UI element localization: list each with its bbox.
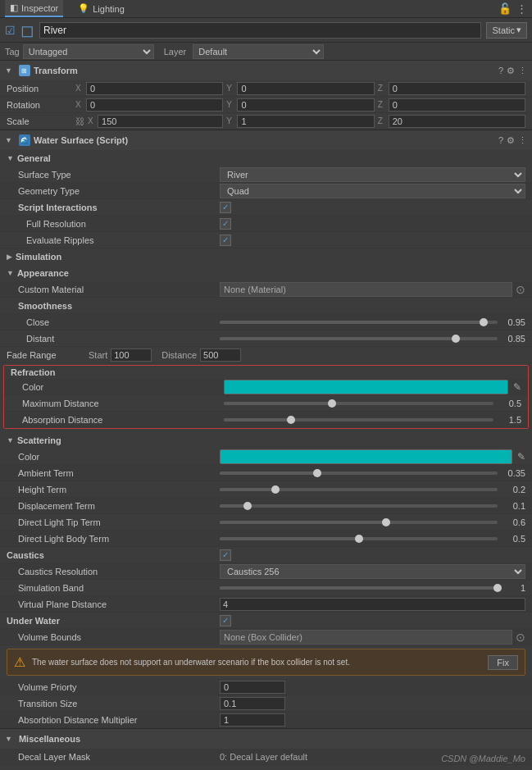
tag-dropdown[interactable]: Untagged bbox=[23, 44, 154, 59]
more-options-icon[interactable]: ⋮ bbox=[518, 66, 527, 76]
position-x[interactable] bbox=[86, 82, 223, 95]
scattering-color-edit-icon[interactable]: ✎ bbox=[517, 451, 525, 462]
warning-text: The water surface does not support an un… bbox=[32, 657, 481, 668]
full-resolution-label: Full Resolution bbox=[7, 219, 220, 229]
displacement-slider[interactable] bbox=[220, 504, 498, 508]
distant-value: 0.85 bbox=[501, 334, 525, 344]
caustics-checkbox[interactable] bbox=[220, 549, 231, 561]
water-help-icon[interactable]: ? bbox=[498, 135, 503, 146]
transform-position-row: Position X Y Z bbox=[0, 80, 532, 97]
top-bar-icons: 🔓 ⋮ bbox=[498, 2, 527, 15]
absorption-mult-input[interactable] bbox=[220, 713, 285, 727]
water-more-icon[interactable]: ⋮ bbox=[518, 135, 527, 146]
caustics-resolution-label: Caustics Resolution bbox=[7, 567, 220, 576]
sim-band-thumb[interactable] bbox=[493, 584, 502, 592]
close-row: Close 0.95 bbox=[0, 314, 532, 330]
scale-z[interactable] bbox=[389, 115, 525, 128]
material-select-icon[interactable]: ⊙ bbox=[516, 283, 525, 296]
max-distance-thumb[interactable] bbox=[328, 399, 336, 408]
appearance-header[interactable]: ▼ Appearance bbox=[0, 265, 532, 281]
sim-band-slider[interactable] bbox=[220, 586, 498, 590]
fade-dist-input[interactable] bbox=[200, 349, 241, 362]
fade-range-row: Fade Range Start Distance bbox=[0, 347, 532, 363]
settings-icon[interactable]: ⚙ bbox=[507, 66, 515, 76]
tab-inspector[interactable]: ◧ Inspector bbox=[5, 0, 63, 17]
static-label: Static bbox=[492, 25, 515, 35]
height-slider[interactable] bbox=[220, 488, 498, 491]
max-distance-value: 0.5 bbox=[497, 399, 521, 408]
displacement-thumb[interactable] bbox=[243, 502, 252, 510]
water-surface-header[interactable]: ▼ 🌊 Water Surface (Script) ? ⚙ ⋮ bbox=[0, 130, 532, 150]
fade-start-input[interactable] bbox=[111, 349, 152, 362]
lock-icon[interactable]: 🔓 bbox=[498, 2, 512, 15]
scale-label: Scale bbox=[7, 116, 72, 126]
script-interactions-label: Script Interactions bbox=[7, 203, 220, 212]
more-icon[interactable]: ⋮ bbox=[516, 2, 527, 15]
water-actions: ? ⚙ ⋮ bbox=[498, 135, 527, 146]
distant-slider-thumb[interactable] bbox=[452, 335, 460, 343]
close-slider-track[interactable] bbox=[220, 321, 498, 324]
underwater-checkbox[interactable] bbox=[220, 615, 231, 626]
volume-priority-input[interactable] bbox=[220, 681, 285, 694]
scale-x[interactable] bbox=[98, 115, 223, 128]
body-fill bbox=[220, 537, 359, 540]
simulation-header[interactable]: ▶ Simulation bbox=[0, 248, 532, 265]
refraction-color-edit-icon[interactable]: ✎ bbox=[513, 381, 521, 393]
water-settings-icon[interactable]: ⚙ bbox=[507, 135, 515, 146]
sim-band-value: 1 bbox=[501, 583, 525, 593]
scale-y[interactable] bbox=[237, 115, 374, 128]
volume-bounds-input[interactable] bbox=[220, 630, 512, 645]
ambient-thumb[interactable] bbox=[313, 469, 321, 477]
ambient-slider[interactable] bbox=[220, 472, 498, 475]
displacement-value: 0.1 bbox=[501, 501, 525, 511]
ambient-value: 0.35 bbox=[501, 468, 525, 478]
virtual-plane-input[interactable] bbox=[220, 598, 525, 611]
position-z[interactable] bbox=[389, 82, 525, 95]
refraction-color-swatch[interactable] bbox=[224, 380, 508, 394]
evaluate-ripples-checkbox[interactable] bbox=[220, 235, 231, 246]
tip-term-row: Direct Light Tip Term 0.6 bbox=[0, 514, 532, 531]
layer-dropdown[interactable]: Default bbox=[193, 44, 324, 59]
object-checkbox[interactable]: ☑ bbox=[5, 24, 16, 37]
position-y[interactable] bbox=[237, 82, 374, 95]
tab-lighting[interactable]: 💡 Lighting bbox=[73, 0, 130, 17]
object-name-input[interactable] bbox=[39, 22, 481, 39]
body-thumb[interactable] bbox=[355, 535, 363, 543]
close-slider-thumb[interactable] bbox=[480, 318, 488, 326]
scattering-header[interactable]: ▼ Scattering bbox=[0, 432, 532, 449]
watermark: CSDN @Maddie_Mo bbox=[441, 754, 525, 763]
tip-thumb[interactable] bbox=[382, 518, 390, 526]
script-interactions-checkbox[interactable] bbox=[220, 202, 231, 213]
absorption-slider[interactable] bbox=[224, 418, 493, 421]
geometry-type-dropdown[interactable]: Quad bbox=[220, 184, 525, 198]
volume-bounds-select-icon[interactable]: ⊙ bbox=[516, 631, 525, 644]
body-slider[interactable] bbox=[220, 537, 498, 540]
simulation-arrow: ▶ bbox=[7, 253, 12, 261]
max-distance-slider[interactable] bbox=[224, 402, 493, 405]
refraction-section: Refraction Color ✎ Maximum Distance 0.5 … bbox=[3, 365, 529, 429]
tip-slider[interactable] bbox=[220, 521, 498, 524]
rotation-x[interactable] bbox=[86, 98, 223, 112]
misc-header[interactable]: ▼ Miscellaneous bbox=[0, 729, 532, 749]
rotation-y[interactable] bbox=[237, 98, 374, 112]
static-button[interactable]: Static ▾ bbox=[486, 22, 527, 39]
displacement-term-label: Displacement Term bbox=[7, 501, 220, 511]
fix-button[interactable]: Fix bbox=[488, 655, 518, 670]
distant-slider-track[interactable] bbox=[220, 337, 498, 340]
full-resolution-checkbox[interactable] bbox=[220, 218, 231, 230]
general-header[interactable]: ▼ General bbox=[0, 150, 532, 166]
transition-size-input[interactable] bbox=[220, 697, 285, 710]
caustics-resolution-dropdown[interactable]: Caustics 256 bbox=[220, 564, 525, 579]
transform-header[interactable]: ▼ ⊞ Transform ? ⚙ ⋮ bbox=[0, 61, 532, 80]
rotation-z[interactable] bbox=[389, 98, 525, 112]
geometry-type-row: Geometry Type Quad bbox=[0, 183, 532, 199]
custom-material-input[interactable] bbox=[220, 282, 512, 297]
height-thumb[interactable] bbox=[271, 485, 280, 494]
scattering-color-swatch[interactable] bbox=[220, 449, 512, 464]
help-icon[interactable]: ? bbox=[498, 66, 503, 76]
surface-type-dropdown[interactable]: River bbox=[220, 167, 525, 182]
object-icon: ◻ bbox=[20, 21, 34, 40]
close-slider-fill bbox=[220, 321, 484, 324]
underwater-header-row: Under Water bbox=[0, 613, 532, 629]
absorption-thumb[interactable] bbox=[287, 416, 295, 424]
